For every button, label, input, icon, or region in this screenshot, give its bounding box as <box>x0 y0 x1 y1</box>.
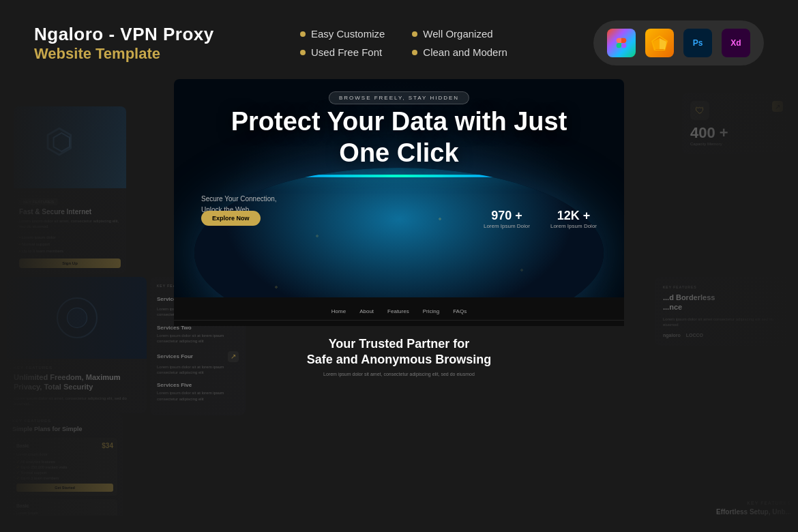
globe-inner <box>67 308 87 328</box>
center-navbar: Home About Features Pricing FAQs <box>174 297 624 326</box>
product-subtitle: Website Template <box>34 45 214 63</box>
partner-title: Your Trusted Partner for Safe and Anonym… <box>174 336 624 368</box>
hero-stat-1: 970 + Lorem Ipsum Dolor <box>484 209 530 229</box>
partner-logos: ngaloro LOCCO <box>663 333 783 338</box>
card-list: Lorem ipsum dolor Normal support Up to 3… <box>19 234 121 254</box>
nav-faqs[interactable]: FAQs <box>453 308 467 314</box>
feature-well-organized: Well Organized <box>412 28 507 40</box>
photoshop-icon: Ps <box>683 29 712 57</box>
plan-description: Lorem ipsum <box>16 511 113 515</box>
main-content: BROWSE FREELY, STAY HIDDEN Protect Your … <box>0 79 798 516</box>
hero-stats: 970 + Lorem Ipsum Dolor 12K + Lorem Ipsu… <box>484 209 597 229</box>
nav-home[interactable]: Home <box>331 308 346 314</box>
sketch-icon <box>645 29 674 57</box>
hero-bg: BROWSE FREELY, STAY HIDDEN Protect Your … <box>174 79 624 297</box>
big-card-body: KEY FEATURES Unlimited Freedom, Maximum … <box>7 359 147 413</box>
hero-headline: Protect Your Data with Just One Click <box>228 106 570 168</box>
plan-card-header: Basic $34 <box>16 442 113 449</box>
partner-logo-1: ngaloro <box>663 333 681 338</box>
hero-tag: BROWSE FREELY, STAY HIDDEN <box>329 91 469 104</box>
header: Ngaloro - VPN Proxy Website Template Eas… <box>0 0 798 79</box>
plan-card-basic: Basic $34 Lorem ipsum dolor All analytic… <box>12 438 117 496</box>
feature-label: Used Free Font <box>311 46 382 58</box>
stat-number: 12K + <box>550 209 597 223</box>
right-stat-label: Capacity Memory <box>690 142 783 146</box>
plan-get-btn[interactable]: Get Started <box>16 484 113 492</box>
right-big-card: KEY FEATURES ...d Borderless ...nce Lore… <box>655 277 791 346</box>
features-col-2: Well Organized Clean and Modern <box>412 28 507 58</box>
right-stat-card: 🛡 ↗ 400 + Capacity Memory <box>682 93 791 154</box>
plan-card-header: Basic <box>16 503 113 508</box>
nav-features[interactable]: Features <box>387 308 409 314</box>
plans-title: Simple Plans for Simple <box>12 426 117 432</box>
plan-price: $34 <box>102 442 113 449</box>
right-stat-number: 400 + <box>690 124 783 142</box>
big-card-image <box>7 277 147 359</box>
features-col-1: Easy Customize Used Free Font <box>300 28 385 58</box>
stat-label: Lorem Ipsum Dolor <box>484 223 530 229</box>
hero-atmosphere <box>201 175 597 177</box>
card-text: Lorem ipsum dolor sit amet, consectetur … <box>19 218 121 230</box>
product-title: Ngaloro - VPN Proxy <box>34 24 214 45</box>
feature-label: Well Organized <box>423 28 492 40</box>
feature-clean-modern: Clean and Modern <box>412 46 507 58</box>
hexagon-icon <box>50 127 91 168</box>
arrow-up-right-icon: ↗ <box>772 101 783 112</box>
stat-label: Lorem Ipsum Dolor <box>550 223 597 229</box>
right-big-title: ...d Borderless ...nce <box>663 293 783 312</box>
stat-number: 970 + <box>484 209 530 223</box>
right-big-text: Lorem ipsum dolor sit amet consectetur a… <box>663 316 783 328</box>
features-list: Easy Customize Used Free Font Well Organ… <box>300 28 507 58</box>
xd-icon: Xd <box>722 29 750 57</box>
hero-sub-line1: Secure Your Connection, <box>201 194 277 205</box>
title-block: Ngaloro - VPN Proxy Website Template <box>34 24 214 63</box>
big-card-text: Lorem ipsum dolor sit amet, consectetur … <box>14 396 140 407</box>
big-card-tag: KEY FEATURES <box>14 366 140 370</box>
left-plans-card: KEY FEATURES Simple Plans for Simple Bas… <box>7 413 123 516</box>
hero-stat-2: 12K + Lorem Ipsum Dolor <box>550 209 597 229</box>
plan-name: Basic <box>16 503 29 508</box>
feature-free-font: Used Free Font <box>300 46 385 58</box>
plan-description: Lorem ipsum dolor <box>16 452 113 456</box>
partner-logo-2: LOCCO <box>686 333 703 338</box>
feature-dot <box>300 50 306 55</box>
tools-badge: Ps Xd <box>593 20 764 65</box>
right-bottom-title: Effortless Setup, Unb... <box>716 508 791 516</box>
partner-subtitle: Lorem ipsum dolor sit amet, consectetur … <box>174 372 624 376</box>
left-card-image <box>14 106 126 188</box>
card-title: Fast & Secure Internet <box>19 208 121 216</box>
plan-feature: All analytics features <box>16 459 113 464</box>
plan-feature: Up to 250,000 tracked visits <box>16 464 113 470</box>
stat-card-header: 🛡 ↗ <box>690 101 783 120</box>
feature-label: Clean and Modern <box>423 46 507 58</box>
list-item: Lorem ipsum dolor <box>19 234 121 241</box>
globe-icon <box>57 297 98 338</box>
card-tag: KEY FEATURES <box>19 198 58 205</box>
hero-explore-btn[interactable]: Explore Now <box>201 211 261 226</box>
nav-pricing[interactable]: Pricing <box>423 308 439 314</box>
nav-about[interactable]: About <box>359 308 374 314</box>
right-big-tag: KEY FEATURES <box>663 285 783 289</box>
list-item: Up to 3 team members <box>19 248 121 254</box>
left-card-body: KEY FEATURES Fast & Secure Internet Lore… <box>14 188 126 274</box>
left-big-card: KEY FEATURES Unlimited Freedom, Maximum … <box>7 277 147 413</box>
hero-globe <box>194 168 604 297</box>
feature-easy-customize: Easy Customize <box>300 28 385 40</box>
center-preview: BROWSE FREELY, STAY HIDDEN Protect Your … <box>174 79 624 516</box>
stat-icon-wrapper: 🛡 <box>690 101 709 120</box>
shield-icon: 🛡 <box>690 101 709 120</box>
feature-dot <box>412 50 417 55</box>
feature-label: Easy Customize <box>311 28 385 40</box>
card-btn[interactable]: Sign Up <box>19 258 121 268</box>
list-item: Normal support <box>19 241 121 248</box>
figma-icon <box>607 29 636 57</box>
plan-name: Basic <box>16 443 29 448</box>
big-card-title: Unlimited Freedom, Maximum Privacy, Tota… <box>14 372 140 392</box>
center-partner-section: Your Trusted Partner for Safe and Anonym… <box>174 326 624 383</box>
feature-dot <box>412 31 417 37</box>
feature-dot <box>300 31 306 37</box>
center-nav-list: Home About Features Pricing FAQs <box>174 303 624 321</box>
plans-header: KEY FEATURES <box>12 419 117 423</box>
plan-feature: Up to 3 team members <box>16 475 113 481</box>
right-bottom-tag: KEY FEATURES <box>747 501 791 505</box>
